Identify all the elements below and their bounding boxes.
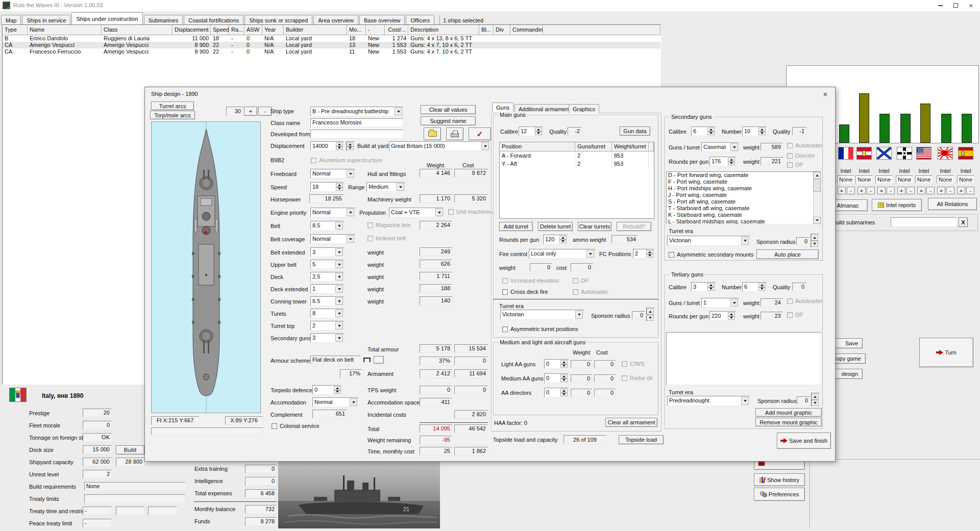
column-header[interactable]: Mo... <box>347 25 366 35</box>
turret-top-select[interactable]: 2 <box>310 321 344 331</box>
chevron-down-icon[interactable] <box>350 398 357 406</box>
deck-extended-select[interactable]: 1 <box>310 284 344 294</box>
intel-reports-button[interactable]: Intel reports <box>872 199 922 211</box>
save-and-finish-button[interactable]: Save and finish <box>777 433 831 449</box>
list-item[interactable]: K - Starboard wing, casemate <box>667 212 821 218</box>
list-item[interactable]: S - Port aft wing, casemate <box>667 198 821 205</box>
all-relations-button[interactable]: All Relations <box>928 198 977 210</box>
intel-minus-button[interactable]: - <box>966 187 974 194</box>
build-button[interactable]: Build <box>116 445 144 454</box>
step-down-icon[interactable] <box>535 132 542 136</box>
step-up-icon[interactable] <box>812 394 819 400</box>
upper-belt-select[interactable]: 5 <box>310 260 344 269</box>
turret-arcs-button[interactable]: Turret arcs <box>151 102 194 110</box>
chevron-down-icon[interactable] <box>335 334 343 342</box>
intel-minus-button[interactable]: - <box>946 187 954 194</box>
topside-load-button[interactable]: Topside load <box>619 435 664 444</box>
turret-row[interactable]: Y - Aft2853 <box>500 160 654 168</box>
chevron-down-icon[interactable] <box>481 142 489 150</box>
list-item[interactable]: L - Starboard midships wing, casemate <box>667 218 821 224</box>
belt-select[interactable]: 8.5 <box>310 221 344 231</box>
secondary-number-stepper[interactable]: 10 <box>742 127 767 136</box>
tab-ships-in-service[interactable]: Ships in service <box>22 15 70 25</box>
light-aa-stepper[interactable]: 0 <box>544 359 569 369</box>
chevron-down-icon[interactable] <box>435 209 443 216</box>
tertiary-sponson-stepper[interactable] <box>811 393 820 407</box>
propulsion-select[interactable]: Coal + VTE <box>389 208 444 217</box>
chevron-down-icon[interactable] <box>395 108 402 115</box>
table-row[interactable]: CAFrancesco FerruccioAmerigo Vespucci8 9… <box>3 48 660 55</box>
column-header[interactable]: Weight/turret <box>612 142 649 151</box>
tab-officers[interactable]: Officers <box>406 15 434 25</box>
secondary-calibre-stepper[interactable]: 6 <box>691 127 716 136</box>
step-up-icon[interactable] <box>707 283 715 287</box>
clear-all-values-button[interactable]: Clear all values <box>421 105 476 114</box>
clear-all-armament-button[interactable]: Clear all armament <box>605 418 657 427</box>
torpedo-defence-stepper[interactable]: 0 <box>312 385 342 395</box>
chevron-down-icon[interactable] <box>741 397 749 405</box>
add-turret-button[interactable]: Add turret <box>499 222 533 231</box>
load-design-button[interactable] <box>424 128 441 140</box>
column-header[interactable]: Builder <box>284 25 347 35</box>
confirm-design-button[interactable]: ✓ <box>469 128 491 140</box>
list-item[interactable]: H - Port midships wing, casemate <box>667 185 821 192</box>
step-up-icon[interactable] <box>728 158 735 162</box>
step-down-icon[interactable] <box>560 378 568 383</box>
intel-minus-button[interactable]: - <box>926 187 935 194</box>
step-down-icon[interactable] <box>647 315 654 321</box>
tertiary-calibre-stepper[interactable]: 3 <box>691 282 716 292</box>
step-up-icon[interactable] <box>559 236 567 240</box>
intel-plus-button[interactable]: + <box>897 187 905 194</box>
torp-msle-arcs-button[interactable]: Torp/msle arcs <box>150 111 195 119</box>
chevron-down-icon[interactable] <box>397 183 404 191</box>
gun-data-button[interactable]: Gun data <box>620 127 650 136</box>
step-down-icon[interactable] <box>347 146 354 150</box>
add-mount-graphic-button[interactable]: Add mount graphic <box>755 408 822 417</box>
secondary-guns-count-select[interactable]: 3 <box>310 333 344 343</box>
chevron-down-icon[interactable] <box>575 311 583 319</box>
chevron-down-icon[interactable] <box>335 248 343 256</box>
intel-minus-button[interactable]: - <box>887 187 895 194</box>
show-history-button[interactable]: Show history <box>754 473 805 486</box>
chevron-down-icon[interactable] <box>335 273 343 281</box>
tab-area-overview[interactable]: Area overview <box>313 15 358 25</box>
asymmetric-secondary-checkbox[interactable] <box>669 252 674 258</box>
close-button[interactable]: × <box>964 0 978 11</box>
main-rounds-per-gun-stepper[interactable]: 120 <box>543 235 568 244</box>
ship-type-select[interactable]: B - Pre dreadnought battleship <box>310 107 403 116</box>
step-down-icon[interactable] <box>559 240 567 244</box>
tertiary-turret-era-select[interactable]: Predreadnought <box>667 396 750 406</box>
accomodation-select[interactable]: Normal <box>312 397 358 407</box>
intel-plus-button[interactable]: + <box>957 187 965 194</box>
tab-map[interactable]: Map <box>1 15 21 25</box>
chevron-down-icon[interactable] <box>335 285 343 293</box>
main-turret-era-select[interactable]: Victorian <box>500 310 584 320</box>
chevron-down-icon[interactable] <box>741 237 749 245</box>
list-item[interactable]: T - Starboard aft wing, casemate <box>667 205 821 212</box>
step-down-icon[interactable] <box>336 146 343 150</box>
column-header[interactable]: Cost/... <box>385 25 408 35</box>
asymmetric-turrets-checkbox[interactable] <box>502 326 508 332</box>
speed-stepper[interactable]: 18 <box>310 182 344 192</box>
step-down-icon[interactable] <box>560 393 568 397</box>
displacement-fine-stepper[interactable] <box>346 141 355 151</box>
column-header[interactable]: Bl... <box>479 25 494 35</box>
chevron-down-icon[interactable] <box>730 143 738 151</box>
belt-extended-select[interactable]: 3 <box>310 247 344 257</box>
step-up-icon[interactable] <box>758 128 766 132</box>
conning-tower-select[interactable]: 6.5 <box>310 296 344 306</box>
list-item[interactable]: D - Port forward wing, casemate <box>667 172 821 179</box>
preferences-button[interactable]: Preferences <box>754 488 805 501</box>
displacement-stepper[interactable]: 14000 <box>310 141 344 151</box>
secondary-positions-listbox[interactable]: D - Port forward wing, casemate F - Port… <box>666 171 821 224</box>
ship-design-canvas[interactable] <box>151 121 261 413</box>
developed-from-input[interactable] <box>310 130 403 139</box>
column-header[interactable]: Ra... <box>229 25 244 35</box>
tertiary-guns-turret-select[interactable]: 1 <box>701 298 739 308</box>
step-up-icon[interactable] <box>647 309 654 315</box>
dialog-close-button[interactable]: × <box>821 89 830 98</box>
step-down-icon[interactable] <box>728 162 735 166</box>
table-row-selected[interactable]: CAAmerigo VespucciAmerigo Vespucci8 9002… <box>3 42 660 48</box>
zoom-out-button[interactable]: - <box>258 107 272 116</box>
chevron-down-icon[interactable] <box>335 297 343 305</box>
